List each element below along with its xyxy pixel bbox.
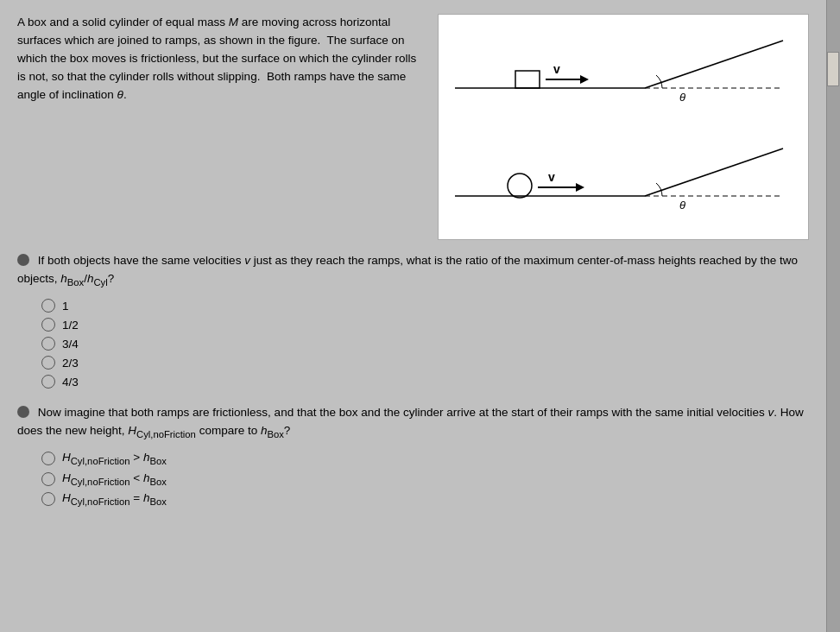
option-equal-label: HCyl,noFriction = hBox <box>62 491 167 507</box>
option-4-3[interactable]: 4/3 <box>41 375 809 389</box>
top-section: A box and a solid cylinder of equal mass… <box>17 14 809 240</box>
svg-text:θ: θ <box>679 199 685 212</box>
option-3-4[interactable]: 3/4 <box>41 337 809 351</box>
question-1-options: 1 1/2 3/4 2/3 4/3 <box>41 299 809 389</box>
radio-1[interactable] <box>41 299 55 313</box>
option-less-label: HCyl,noFriction < hBox <box>62 471 167 487</box>
scrollbar-thumb[interactable] <box>827 52 839 86</box>
question-1-marker <box>17 254 29 266</box>
option-equal[interactable]: HCyl,noFriction = hBox <box>41 491 809 507</box>
scrollbar[interactable] <box>826 0 840 632</box>
option-greater-label: HCyl,noFriction > hBox <box>62 451 167 466</box>
main-content: A box and a solid cylinder of equal mass… <box>0 0 826 632</box>
radio-4-3[interactable] <box>41 375 55 389</box>
option-1-2[interactable]: 1/2 <box>41 318 809 332</box>
svg-line-9 <box>645 149 783 196</box>
problem-description: A box and a solid cylinder of equal mass… <box>17 14 438 240</box>
option-1-2-label: 1/2 <box>62 319 79 332</box>
option-1-label: 1 <box>62 300 69 313</box>
problem-intro-text: A box and a solid cylinder of equal mass… <box>17 16 416 101</box>
option-2-3[interactable]: 2/3 <box>41 356 809 370</box>
radio-less[interactable] <box>41 472 55 486</box>
svg-rect-3 <box>515 71 540 88</box>
diagram-area: v θ v θ <box>438 14 809 240</box>
svg-point-11 <box>508 174 532 198</box>
physics-diagram: v θ v θ <box>446 23 800 231</box>
question-2-block: Now imagine that both ramps are friction… <box>17 404 809 507</box>
radio-equal[interactable] <box>41 492 55 506</box>
option-less[interactable]: HCyl,noFriction < hBox <box>41 471 809 487</box>
radio-2-3[interactable] <box>41 356 55 370</box>
question-2-options: HCyl,noFriction > hBox HCyl,noFriction <… <box>41 451 809 507</box>
svg-line-1 <box>645 41 783 88</box>
option-1[interactable]: 1 <box>41 299 809 313</box>
svg-text:θ: θ <box>679 91 685 104</box>
option-2-3-label: 2/3 <box>62 357 79 370</box>
radio-3-4[interactable] <box>41 337 55 351</box>
svg-text:v: v <box>548 170 555 184</box>
option-4-3-label: 4/3 <box>62 376 79 389</box>
svg-text:v: v <box>553 62 560 76</box>
question-1-block: If both objects have the same velocities… <box>17 252 809 389</box>
radio-greater[interactable] <box>41 452 55 465</box>
question-1-text: If both objects have the same velocities… <box>17 252 809 290</box>
both-ramps-text: Both ramps <box>267 70 326 83</box>
question-2-marker <box>17 406 29 418</box>
radio-1-2[interactable] <box>41 318 55 332</box>
svg-marker-13 <box>576 183 584 192</box>
svg-marker-5 <box>580 75 589 84</box>
question-2-text: Now imagine that both ramps are friction… <box>17 404 809 442</box>
option-3-4-label: 3/4 <box>62 338 79 351</box>
option-greater[interactable]: HCyl,noFriction > hBox <box>41 451 809 466</box>
